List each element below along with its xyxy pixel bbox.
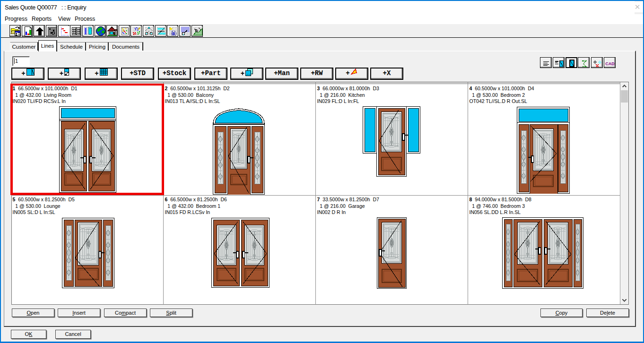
svg-text:CAD: CAD — [605, 61, 615, 66]
